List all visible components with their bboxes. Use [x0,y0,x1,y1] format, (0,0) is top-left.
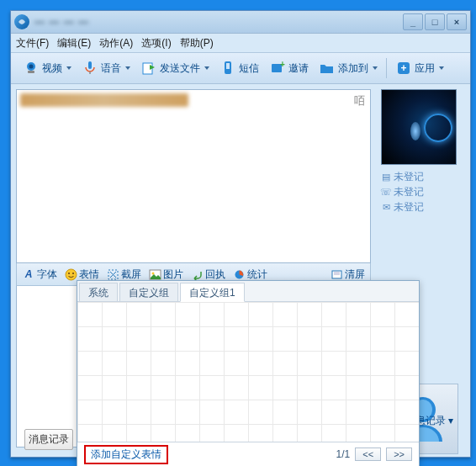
close-button[interactable]: × [447,13,467,30]
font-icon: A [22,267,35,281]
chevron-down-icon [373,66,378,70]
minimize-button[interactable]: _ [403,13,423,30]
svg-text:+: + [280,60,285,69]
menu-edit[interactable]: 编辑(E) [57,36,91,50]
emoji-next-button[interactable]: >> [386,447,412,461]
image-button[interactable]: 图片 [148,267,183,282]
webcam-icon [23,60,40,77]
window-title: — — — — [34,16,403,28]
chat-window: — — — — _ □ × 文件(F) 编辑(E) 动作(A) 选项(I) 帮助… [10,10,471,458]
history-label-left[interactable]: 消息记录 [24,429,73,450]
menu-action[interactable]: 动作(A) [99,36,133,50]
emoji-popup: 系统 自定义组 自定义组1 添加自定义表情 1/1 << >> [77,280,420,466]
app-icon [14,14,29,29]
folder-icon [319,60,336,77]
chevron-down-icon [66,66,71,70]
sms-button[interactable]: 短信 [214,58,264,78]
contact-avatar[interactable] [381,89,457,165]
separator [386,58,387,78]
emoji-pager: 1/1 << >> [336,447,412,461]
message-view[interactable]: 咟 [16,89,371,263]
emoji-tab-system[interactable]: 系统 [79,283,118,301]
emoji-page-label: 1/1 [336,448,351,460]
invite-icon: + [269,60,286,77]
scissors-icon [106,267,119,281]
screenshot-button[interactable]: 截屏 [106,267,141,282]
addto-button[interactable]: 添加到 [314,58,383,78]
note-icon: ▤ [381,172,391,183]
menu-help[interactable]: 帮助(P) [180,36,214,50]
chevron-down-icon [125,66,130,70]
chevron-down-icon [204,66,209,70]
emoji-tabs: 系统 自定义组 自定义组1 [77,281,419,302]
reply-icon [190,267,204,281]
svg-point-13 [68,273,70,274]
app-button[interactable]: +应用 [390,58,449,78]
message-header-blur [20,93,188,107]
emoji-prev-button[interactable]: << [355,447,381,461]
svg-rect-3 [88,61,92,69]
mail-icon: ✉ [381,203,391,213]
emoji-tab-custom1[interactable]: 自定义组1 [180,283,245,302]
invite-button[interactable]: +邀请 [264,58,314,78]
titlebar[interactable]: — — — — _ □ × [11,11,470,34]
contact-line-1: ▤未登记 [381,170,465,184]
picture-icon [148,267,161,281]
maximize-button[interactable]: □ [425,13,445,30]
phone-icon [219,60,236,77]
avatar-image [382,90,456,164]
svg-point-12 [66,269,77,280]
menubar: 文件(F) 编辑(E) 动作(A) 选项(I) 帮助(P) [11,34,470,53]
sendfile-icon [140,60,157,77]
contact-line-2: ☏未登记 [381,185,465,199]
voice-button[interactable]: 语音 [77,58,135,78]
emoji-footer: 添加自定义表情 1/1 << >> [77,442,419,466]
svg-rect-7 [226,63,230,69]
font-button[interactable]: A字体 [22,267,57,282]
chevron-down-icon [439,66,444,70]
microphone-icon [82,60,98,77]
svg-point-17 [151,272,154,274]
toolbar: 视频 语音 发送文件 短信 +邀请 添加到 +应用 [11,53,470,84]
smiley-icon [64,267,77,281]
add-custom-emoji-link[interactable]: 添加自定义表情 [84,445,168,464]
sendfile-button[interactable]: 发送文件 [135,58,214,78]
message-corner-icon[interactable]: 咟 [354,93,365,109]
menu-option[interactable]: 选项(I) [141,36,171,50]
contact-info: ▤未登记 ☏未登记 ✉未登记 [381,170,465,214]
video-button[interactable]: 视频 [18,58,77,78]
emoji-button[interactable]: 表情 [64,267,99,282]
svg-point-14 [72,273,74,274]
contact-line-3: ✉未登记 [381,200,465,214]
phone-small-icon: ☏ [381,188,391,198]
chart-icon [232,267,246,281]
reply-button[interactable]: 回执 [190,267,225,282]
eraser-icon [330,267,343,281]
emoji-grid[interactable] [77,302,419,442]
menu-file[interactable]: 文件(F) [16,36,49,50]
svg-point-1 [29,65,34,69]
svg-text:+: + [400,62,406,74]
clear-button[interactable]: 清屏 [330,267,365,282]
svg-rect-2 [28,71,34,73]
app-icon: + [395,60,412,77]
stats-button[interactable]: 统计 [232,267,267,282]
emoji-tab-custom-group[interactable]: 自定义组 [119,283,178,301]
